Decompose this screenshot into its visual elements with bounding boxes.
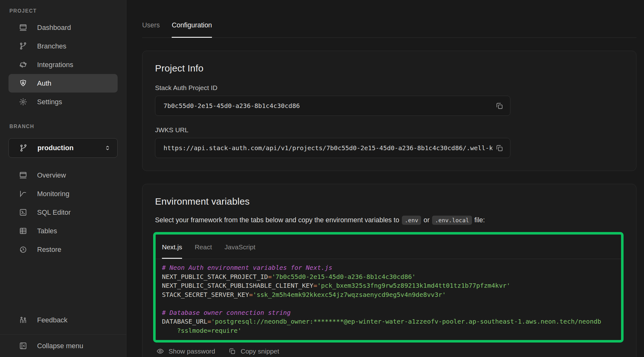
code-line: NEXT_PUBLIC_STACK_PROJECT_ID='7b0c55d0-2… [162,272,615,281]
branch-nav: Overview Monitoring SQL Editor Tables [0,166,126,259]
feedback-label: Feedback [37,316,68,324]
project-info-title: Project Info [155,63,624,74]
sidebar-item-label: Settings [37,98,62,106]
collapse-menu-button[interactable]: Collapse menu [8,337,118,355]
env-snippet-highlight-box: Next.js React JavaScript # Neon Auth env… [153,232,624,343]
sidebar-footer: Feedback [0,311,126,334]
sidebar-item-settings[interactable]: Settings [8,93,118,111]
description-text: Select your framework from the tabs belo… [155,216,399,224]
code-comment: # Database owner connection string [162,308,615,317]
env-var-name: NEXT_PUBLIC_STACK_PUBLISHABLE_CLIENT_KEY [162,282,314,289]
code-line: DATABASE_URL='postgresql://neondb_owner:… [162,317,615,326]
eye-icon [156,347,164,355]
main-content: Users Configuration Project Info Stack A… [126,0,644,357]
framework-tab-react[interactable]: React [195,235,212,259]
project-info-card: Project Info Stack Auth Project ID 7b0c5… [142,51,636,171]
project-section-label: PROJECT [9,8,117,14]
project-id-label: Stack Auth Project ID [155,84,624,92]
snippet-actions: Show password Copy snippet [156,347,624,355]
copy-icon [228,347,236,355]
equals-operator: = [268,273,272,280]
overview-icon [19,171,27,179]
sidebar-item-label: Branches [37,42,66,50]
env-var-value: ?sslmode=require' [177,327,242,334]
copy-project-id-button[interactable] [492,99,506,113]
show-password-label: Show password [169,348,215,355]
env-local-file-chip: .env.local [432,216,472,225]
sidebar-item-monitoring[interactable]: Monitoring [8,184,118,203]
feedback-button[interactable]: Feedback [8,311,118,329]
tab-configuration[interactable]: Configuration [172,21,212,38]
collapse-panel-icon [19,342,27,350]
dashboard-icon [19,23,27,32]
collapse-menu-row: Collapse menu [0,334,126,357]
sidebar-item-tables[interactable]: Tables [8,222,118,240]
tabs-divider [142,37,636,38]
copy-icon [495,102,504,110]
monitoring-chart-icon [19,190,27,198]
branch-icon [19,42,27,50]
equals-operator: = [208,318,211,325]
sidebar-item-sql-editor[interactable]: SQL Editor [8,203,118,222]
project-id-field: 7b0c55d0-2e15-45d0-a236-8b1c4c30cd86 [155,96,510,116]
integrations-icon [19,60,27,69]
env-var-name: DATABASE_URL [162,318,208,325]
table-icon [19,227,27,235]
env-var-name: STACK_SECRET_SERVER_KEY [162,291,249,298]
sidebar-item-label: Overview [37,171,66,179]
sidebar-item-branches[interactable]: Branches [8,37,118,55]
framework-tabs: Next.js React JavaScript [156,235,621,259]
collapse-menu-label: Collapse menu [37,342,83,350]
copy-snippet-button[interactable]: Copy snippet [228,347,279,355]
page-tabs: Users Configuration [142,0,636,38]
copy-snippet-label: Copy snippet [241,348,279,355]
code-blank-line [162,299,615,308]
sql-editor-icon [19,208,27,217]
description-text: or [424,216,430,224]
sidebar-item-label: SQL Editor [37,208,71,217]
restore-history-icon [19,245,27,254]
app-window: PROJECT Dashboard Branches Integrations [0,0,644,357]
branch-selector[interactable]: production [8,138,118,158]
env-code-block[interactable]: # Neon Auth environment variables for Ne… [156,259,621,340]
sidebar-item-dashboard[interactable]: Dashboard [8,18,118,37]
copy-icon [495,144,504,152]
framework-tab-nextjs[interactable]: Next.js [162,235,182,259]
feedback-people-icon [19,316,27,324]
gear-icon [19,98,27,106]
sidebar-item-label: Integrations [37,61,73,69]
sidebar-item-integrations[interactable]: Integrations [8,55,118,74]
environment-variables-title: Environment variables [155,196,624,207]
equals-operator: = [314,282,317,289]
sidebar-item-restore[interactable]: Restore [8,240,118,259]
code-line: NEXT_PUBLIC_STACK_PUBLISHABLE_CLIENT_KEY… [162,281,615,290]
chevron-updown-icon [104,144,111,151]
jwks-url-value: https://api.stack-auth.com/api/v1/projec… [164,144,492,152]
copy-jwks-url-button[interactable] [492,141,506,155]
project-nav: Dashboard Branches Integrations Auth [0,18,126,111]
jwks-url-label: JWKS URL [155,126,624,134]
project-id-value: 7b0c55d0-2e15-45d0-a236-8b1c4c30cd86 [164,102,492,110]
jwks-url-field: https://api.stack-auth.com/api/v1/projec… [155,138,510,158]
tab-users[interactable]: Users [142,21,160,38]
show-password-button[interactable]: Show password [156,347,215,355]
auth-shield-icon [19,79,27,88]
env-var-value: '7b0c55d0-2e15-45d0-a236-8b1c4c30cd86' [272,273,416,280]
branch-section-label: BRANCH [9,124,117,129]
environment-variables-card: Environment variables Select your framew… [142,184,636,357]
code-line: STACK_SECRET_SERVER_KEY='ssk_2m5h4emk92k… [162,290,615,299]
env-var-value: 'ssk_2m5h4emk92kkexc54jz7wqzsaenycd9eg5v… [253,291,446,298]
env-vars-description: Select your framework from the tabs belo… [155,216,624,224]
selected-branch-name: production [37,144,94,152]
framework-tab-javascript[interactable]: JavaScript [225,235,255,259]
sidebar-item-overview[interactable]: Overview [8,166,118,184]
env-file-chip: .env [402,216,421,225]
sidebar-item-label: Restore [37,246,61,254]
sidebar: PROJECT Dashboard Branches Integrations [0,0,126,357]
sidebar-item-label: Auth [37,79,51,88]
code-line-continuation: ?sslmode=require' [162,326,615,335]
env-var-value: 'pck_bxem325s3fng9rw5z89213k1md4tt01tz1b… [317,282,510,289]
sidebar-item-auth[interactable]: Auth [8,74,118,93]
sidebar-item-label: Tables [37,227,57,235]
code-comment: # Neon Auth environment variables for Ne… [162,263,615,272]
